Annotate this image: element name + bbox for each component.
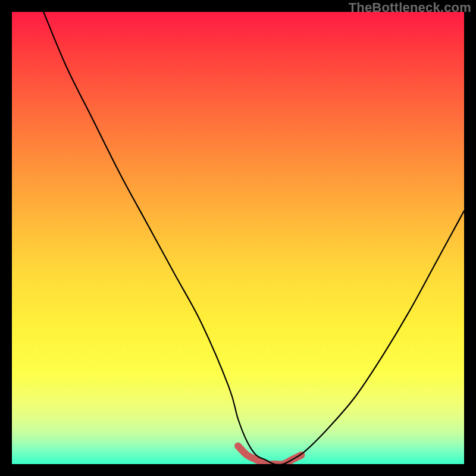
chart-frame: TheBottleneck.com (0, 0, 476, 476)
watermark-label: TheBottleneck.com (349, 0, 471, 15)
chart-gradient-area (12, 12, 464, 464)
curve-main (43, 12, 464, 464)
chart-svg (12, 12, 464, 464)
